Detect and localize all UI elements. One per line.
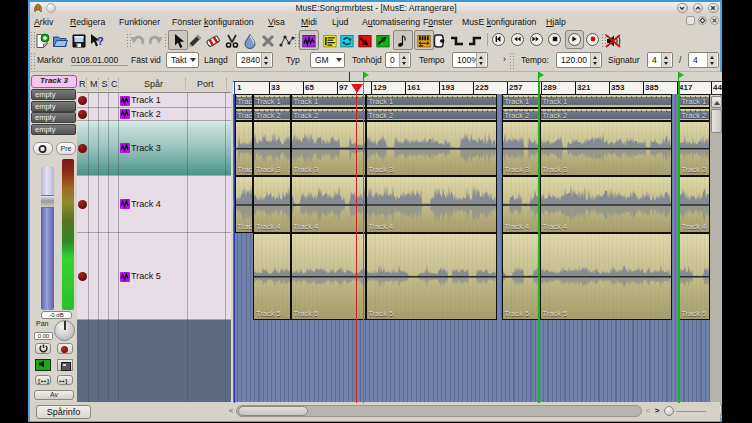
svg-text:?: ? bbox=[97, 35, 104, 47]
